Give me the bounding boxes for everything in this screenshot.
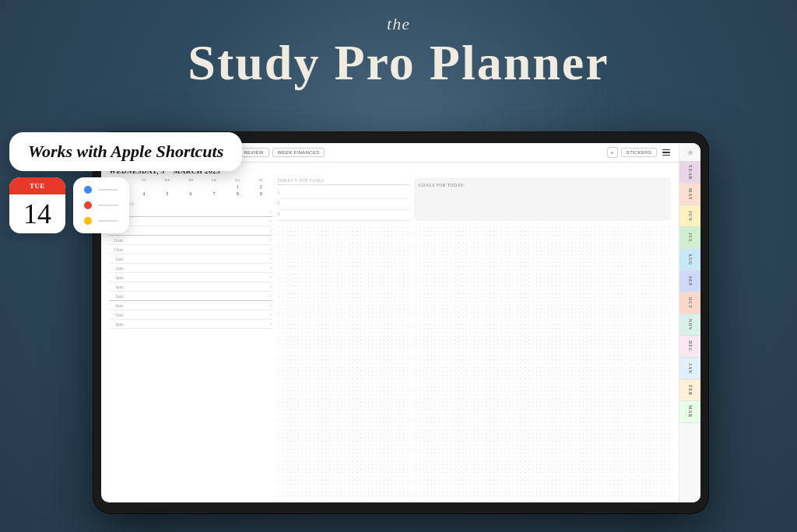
stickers-button[interactable]: STICKERS: [621, 148, 657, 157]
tab-feb[interactable]: FEB: [679, 380, 700, 401]
schedule-row-3pm: 3pm +: [109, 273, 272, 282]
time-12pm: 12pm: [109, 247, 126, 252]
schedule-plus[interactable]: +: [270, 303, 272, 308]
schedule-plus[interactable]: +: [270, 266, 272, 271]
schedule-row-6pm: 6pm +: [109, 301, 272, 310]
schedule-row-8pm: 8pm +: [109, 320, 272, 329]
tab-week-finances[interactable]: WEEK FINANCES: [272, 148, 325, 157]
task-3: 3.: [277, 210, 409, 221]
time-2pm: 2pm: [109, 266, 126, 271]
tab-jul[interactable]: JUL: [679, 227, 700, 249]
time-1pm: 1pm: [109, 257, 126, 261]
tab-year[interactable]: YEAR: [679, 162, 700, 184]
time-4pm: 4pm: [109, 285, 126, 289]
cal-icon-top: TUE: [9, 177, 65, 194]
schedule-row-4pm: 4pm +: [109, 282, 272, 292]
task-row-3: [84, 217, 118, 225]
goals-label: GOALS FOR TODAY:: [419, 183, 666, 187]
shortcuts-label: Works with Apple Shortcuts: [9, 132, 242, 171]
tab-nov[interactable]: NOV: [679, 314, 700, 336]
tab-jan[interactable]: JAN: [679, 358, 700, 380]
schedule-line: [126, 258, 269, 259]
col-mid: TODAY'S TOP TASKS 1. 2. 3.: [277, 178, 409, 499]
task-row-1: [84, 186, 118, 194]
time-7pm: 7pm: [109, 313, 126, 317]
cal-icon-bottom: 14: [9, 194, 65, 233]
time-5pm: 5pm: [109, 294, 126, 299]
schedule-row-1pm: 1pm +: [109, 254, 272, 264]
dotted-area: [277, 226, 409, 499]
schedule-line: [126, 296, 269, 296]
schedule-line: [126, 249, 269, 250]
schedule-plus[interactable]: +: [270, 285, 272, 289]
schedule-plus[interactable]: +: [270, 294, 272, 299]
schedule-line: [126, 324, 269, 324]
schedule-plus[interactable]: +: [270, 322, 272, 327]
schedule-line: [126, 286, 269, 287]
task-line: [98, 189, 118, 191]
schedule-plus[interactable]: +: [270, 238, 272, 243]
schedule-line: [126, 277, 269, 278]
star-icon: [686, 149, 694, 156]
calendar-day: TUE: [30, 182, 45, 190]
shortcuts-icons: TUE 14: [0, 177, 265, 233]
schedule-row-7pm: 7pm +: [109, 310, 272, 320]
calendar-icon: TUE 14: [9, 177, 65, 233]
tab-jun[interactable]: JUN: [679, 205, 700, 227]
schedule-line: [126, 268, 269, 268]
sidebar-tabs: YEAR MAY JUN JUL AUG SEP OCT NOV DEC JAN…: [679, 143, 700, 502]
calendar-number: 14: [23, 200, 51, 228]
schedule-line: [126, 240, 269, 240]
schedule-line: [126, 305, 269, 306]
tab-oct[interactable]: OCT: [679, 292, 700, 314]
shortcuts-badge: Works with Apple Shortcuts TUE 14: [0, 132, 265, 233]
schedule-row-12pm: 12pm +: [109, 245, 272, 254]
tab-sep[interactable]: SEP: [679, 271, 700, 292]
schedule-plus[interactable]: +: [270, 313, 272, 317]
task-line: [98, 205, 118, 206]
time-3pm: 3pm: [109, 275, 126, 280]
schedule-row-2pm: 2pm +: [109, 264, 272, 273]
svg-marker-0: [687, 149, 693, 156]
background: the Study Pro Planner WEEK OVERVIEW WEEK…: [0, 0, 797, 532]
schedule-plus[interactable]: +: [270, 210, 272, 215]
task-line: [98, 220, 118, 222]
schedule-plus[interactable]: +: [270, 257, 272, 261]
tasks-label: TODAY'S TOP TASKS: [277, 178, 409, 185]
title-area: the Study Pro Planner: [0, 14, 797, 90]
col-right: GOALS FOR TODAY:: [414, 178, 671, 499]
task-dot-red: [84, 201, 92, 209]
dotted-area-right: [414, 226, 671, 499]
tab-mar[interactable]: MAR: [679, 401, 700, 423]
schedule-row-11am: 11am +: [109, 236, 272, 245]
time-6pm: 6pm: [109, 303, 126, 308]
topbar-right: + STICKERS: [607, 147, 672, 158]
schedule-rows: 6am + 7am +: [109, 208, 272, 499]
time-8pm: 8pm: [109, 322, 126, 327]
goals-box: GOALS FOR TODAY:: [414, 178, 671, 221]
schedule-plus[interactable]: +: [270, 275, 272, 280]
tab-aug[interactable]: AUG: [679, 249, 700, 271]
sidebar-star[interactable]: [679, 143, 700, 162]
task-dot-yellow: [84, 217, 92, 225]
title-main: Study Pro Planner: [0, 36, 797, 90]
schedule-plus[interactable]: +: [270, 229, 272, 233]
tab-dec[interactable]: DEC: [679, 336, 700, 358]
shortcuts-label-text: Works with Apple Shortcuts: [28, 142, 223, 161]
schedule-line: [126, 314, 269, 315]
title-the: the: [0, 14, 797, 34]
task-2: 2.: [277, 199, 409, 210]
schedule-row-5pm: 5pm +: [109, 292, 272, 301]
plus-button[interactable]: +: [607, 147, 618, 158]
schedule-plus[interactable]: +: [270, 219, 272, 224]
menu-button[interactable]: [660, 147, 672, 158]
task-dot-blue: [84, 186, 92, 194]
task-1: 1.: [277, 188, 409, 199]
time-11am: 11am: [109, 238, 126, 243]
schedule-plus[interactable]: +: [270, 247, 272, 252]
tab-may[interactable]: MAY: [679, 184, 700, 205]
task-row-2: [84, 201, 118, 209]
reminders-icon: [73, 177, 129, 233]
